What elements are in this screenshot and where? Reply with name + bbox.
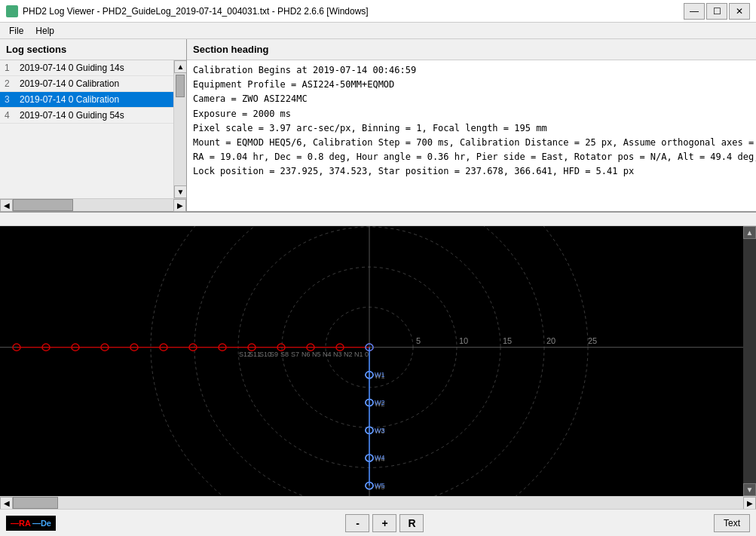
menu-bar: File Help (0, 23, 756, 39)
minimize-button[interactable]: — (684, 3, 705, 20)
hscroll-track (13, 199, 173, 211)
section-heading-panel: Section heading Calibration Begins at 20… (187, 39, 756, 211)
log-list-container: 12019-07-14 0 Guiding 14s22019-07-14 0 C… (0, 60, 186, 198)
restore-button[interactable]: ☐ (706, 3, 727, 20)
legend-ra-label: —RA (11, 519, 31, 528)
scroll-thumb[interactable] (176, 75, 185, 97)
hscroll-thumb[interactable] (13, 199, 73, 211)
zoom-reset-button[interactable]: R (399, 514, 424, 532)
scroll-track (174, 73, 186, 185)
hscroll-left-arrow[interactable]: ◀ (0, 199, 13, 212)
section-line: Pixel scale = 3.97 arc-sec/px, Binning =… (193, 121, 756, 136)
row-num: 4 (5, 110, 17, 121)
section-line: Camera = ZWO ASI224MC (193, 92, 756, 106)
svg-text:W2: W2 (375, 399, 385, 406)
svg-text:S7: S7 (291, 351, 299, 358)
legend-ra-dec: —RA —De (6, 516, 56, 531)
log-list-item[interactable]: 22019-07-14 0 Calibration (0, 76, 173, 92)
menu-help[interactable]: Help (29, 24, 60, 38)
svg-text:W4: W4 (375, 455, 385, 462)
chart-vscrollbar[interactable]: ▲ ▼ (743, 226, 756, 496)
svg-text:N6: N6 (301, 351, 311, 358)
zoom-minus-button[interactable]: - (345, 514, 369, 532)
svg-text:5: 5 (416, 336, 421, 345)
svg-text:N2: N2 (344, 351, 353, 358)
svg-text:10: 10 (459, 336, 468, 345)
svg-text:N4: N4 (323, 351, 332, 358)
svg-text:N5: N5 (312, 351, 321, 358)
close-button[interactable]: ✕ (729, 3, 750, 20)
section-heading-content: Calibration Begins at 2019-07-14 00:46:5… (187, 60, 756, 211)
row-text: 2019-07-14 0 Guiding 54s (20, 110, 124, 121)
svg-text:W5: W5 (375, 482, 385, 489)
log-list-item[interactable]: 12019-07-14 0 Guiding 14s (0, 60, 173, 76)
chart-area: 5 10 15 20 25 (0, 226, 756, 496)
bottom-scroll-thumb[interactable] (13, 497, 58, 509)
bottom-scroll-track (13, 497, 743, 509)
row-text: 2019-07-14 0 Calibration (20, 94, 119, 105)
middle-separator (0, 213, 756, 226)
row-text: 2019-07-14 0 Guiding 14s (20, 63, 124, 73)
section-line: Calibration Begins at 2019-07-14 00:46:5… (193, 63, 756, 78)
log-hscrollbar[interactable]: ◀ ▶ (0, 198, 186, 211)
zoom-plus-button[interactable]: + (372, 514, 396, 532)
row-num: 1 (5, 63, 17, 73)
svg-text:S9: S9 (270, 351, 278, 358)
section-line: Equipment Profile = ASI224-50MM+EQMOD (193, 78, 756, 92)
section-heading-header: Section heading (187, 39, 756, 60)
scroll-down-arrow[interactable]: ▼ (174, 185, 186, 198)
log-list-item[interactable]: 42019-07-14 0 Guiding 54s (0, 108, 173, 124)
main-layout: Log sections 12019-07-14 0 Guiding 14s22… (0, 39, 756, 536)
log-sections-panel: Log sections 12019-07-14 0 Guiding 14s22… (0, 39, 187, 211)
text-button[interactable]: Text (714, 514, 750, 532)
legend-dec-label: —De (32, 519, 51, 528)
chart-scroll-down[interactable]: ▼ (743, 483, 756, 496)
log-list: 12019-07-14 0 Guiding 14s22019-07-14 0 C… (0, 60, 173, 198)
bottom-toolbar: —RA —De - + R Text (0, 509, 756, 536)
menu-file[interactable]: File (3, 24, 29, 38)
row-num: 3 (5, 94, 17, 105)
svg-text:25: 25 (588, 336, 597, 345)
svg-text:N1: N1 (354, 351, 363, 358)
scroll-up-arrow[interactable]: ▲ (174, 60, 186, 73)
log-list-item[interactable]: 32019-07-14 0 Calibration (0, 92, 173, 108)
log-sections-header: Log sections (0, 39, 186, 60)
top-section: Log sections 12019-07-14 0 Guiding 14s22… (0, 39, 756, 213)
window-controls[interactable]: — ☐ ✕ (684, 3, 750, 20)
section-line: Lock position = 237.925, 374.523, Star p… (193, 164, 756, 179)
row-num: 2 (5, 78, 17, 89)
title-bar: PHD2 Log Viewer - PHD2_GuideLog_2019-07-… (0, 0, 756, 23)
log-vscrollbar[interactable]: ▲ ▼ (173, 60, 186, 198)
row-text: 2019-07-14 0 Calibration (20, 78, 119, 89)
calibration-chart: 5 10 15 20 25 (0, 226, 756, 496)
svg-text:W3: W3 (375, 427, 385, 434)
bottom-scroll-right[interactable]: ▶ (743, 497, 756, 510)
hscroll-right-arrow[interactable]: ▶ (173, 199, 186, 212)
svg-text:20: 20 (546, 336, 556, 345)
chart-scroll-up[interactable]: ▲ (743, 226, 756, 239)
chart-scroll-track (743, 239, 756, 483)
svg-text:W1: W1 (375, 371, 385, 378)
window-title: PHD2 Log Viewer - PHD2_GuideLog_2019-07-… (23, 6, 679, 17)
svg-text:0: 0 (365, 351, 369, 358)
bottom-scrollbar[interactable]: ◀ ▶ (0, 496, 756, 509)
svg-text:N3: N3 (333, 351, 342, 358)
bottom-scroll-left[interactable]: ◀ (0, 497, 13, 510)
section-line: Mount = EQMOD HEQ5/6, Calibration Step =… (193, 136, 756, 150)
svg-text:S8: S8 (280, 351, 289, 358)
section-line: RA = 19.04 hr, Dec = 0.8 deg, Hour angle… (193, 150, 756, 164)
section-line: Exposure = 2000 ms (193, 107, 756, 121)
app-icon (6, 5, 18, 17)
svg-text:15: 15 (503, 336, 512, 345)
